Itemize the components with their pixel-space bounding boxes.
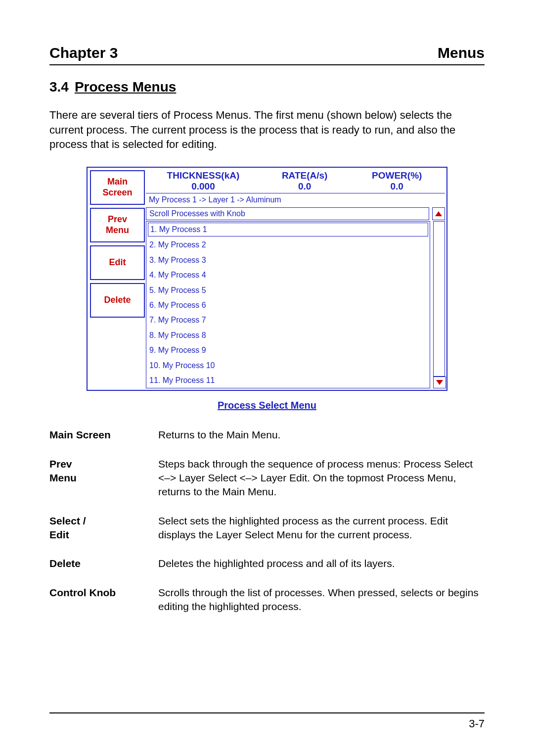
scrollbar[interactable]: [433, 221, 445, 388]
thickness-label: THICKNESS(kA): [148, 170, 259, 181]
delete-button[interactable]: Delete: [90, 283, 145, 318]
rate-value: 0.0: [259, 181, 351, 192]
thickness-value: 0.000: [148, 181, 259, 192]
process-row[interactable]: 8. My Process 8: [146, 328, 430, 343]
process-row[interactable]: 1. My Process 1: [148, 223, 428, 236]
process-row[interactable]: 5. My Process 5: [146, 283, 430, 298]
definition-term: Prev Menu: [49, 457, 143, 499]
scroll-instruction: Scroll Processes with Knob: [146, 207, 429, 220]
prev-menu-button-line1: Prev: [92, 214, 143, 225]
footer-rule: [49, 712, 485, 713]
main-screen-button[interactable]: Main Screen: [90, 170, 145, 205]
process-list[interactable]: 1. My Process 12. My Process 23. My Proc…: [146, 221, 430, 388]
power-label: POWER(%): [351, 170, 443, 181]
intro-paragraph: There are several tiers of Process Menus…: [49, 108, 485, 152]
definition-term: Select / Edit: [49, 514, 143, 542]
definition-desc: Returns to the Main Menu.: [158, 428, 485, 442]
definition-desc: Steps back through the sequence of proce…: [158, 457, 485, 499]
process-row[interactable]: 6. My Process 6: [146, 298, 430, 313]
process-panel: Main Screen Prev Menu Edit Delete: [87, 167, 447, 391]
scroll-up-button[interactable]: [432, 207, 445, 220]
main-screen-button-line2: Screen: [92, 188, 143, 198]
section-title-text: Process Menus: [75, 79, 176, 95]
process-row[interactable]: 7. My Process 7: [146, 313, 430, 328]
edit-button-label: Edit: [92, 257, 143, 268]
definition-desc: Scrolls through the list of processes. W…: [158, 586, 485, 614]
chevron-up-icon: [435, 211, 442, 216]
power-value: 0.0: [351, 181, 443, 192]
process-row[interactable]: 3. My Process 3: [146, 253, 430, 268]
definitions-table: Main ScreenReturns to the Main Menu.Prev…: [49, 428, 485, 614]
scrollbar-track[interactable]: [433, 221, 445, 377]
main-screen-button-line1: Main: [92, 177, 143, 188]
chapter-right-label: Menus: [438, 45, 485, 61]
page-number: 3-7: [469, 717, 485, 730]
process-row[interactable]: 10. My Process 10: [146, 358, 430, 373]
definition-term: Main Screen: [49, 428, 143, 442]
section-number: 3.4: [49, 79, 69, 95]
panel-caption: Process Select Menu: [49, 400, 485, 411]
process-row[interactable]: 11. My Process 11: [146, 373, 430, 388]
panel-right-area: THICKNESS(kA) 0.000 RATE(A/s) 0.0 POWER(…: [146, 169, 445, 388]
definition-term: Control Knob: [49, 586, 143, 614]
definition-term: Delete: [49, 557, 143, 570]
breadcrumb: My Process 1 -> Layer 1 -> Aluminum: [146, 193, 445, 206]
rate-label: RATE(A/s): [259, 170, 351, 181]
chapter-label: Chapter 3: [49, 45, 118, 61]
scroll-down-button[interactable]: [433, 377, 446, 388]
prev-menu-button[interactable]: Prev Menu: [90, 208, 145, 242]
stats-row: THICKNESS(kA) 0.000 RATE(A/s) 0.0 POWER(…: [146, 169, 445, 193]
chapter-header: Chapter 3 Menus: [49, 45, 485, 65]
prev-menu-button-line2: Menu: [92, 225, 143, 236]
side-buttons-column: Main Screen Prev Menu Edit Delete: [89, 169, 146, 388]
definition-desc: Deletes the highlighted process and all …: [158, 557, 485, 570]
process-row[interactable]: 9. My Process 9: [146, 343, 430, 358]
edit-button[interactable]: Edit: [90, 245, 145, 280]
delete-button-label: Delete: [92, 295, 143, 306]
section-heading: 3.4 Process Menus: [49, 79, 485, 95]
process-row[interactable]: 4. My Process 4: [146, 268, 430, 283]
definition-desc: Select sets the highlighted process as t…: [158, 514, 485, 542]
process-row[interactable]: 2. My Process 2: [146, 237, 430, 252]
chevron-down-icon: [436, 380, 443, 385]
